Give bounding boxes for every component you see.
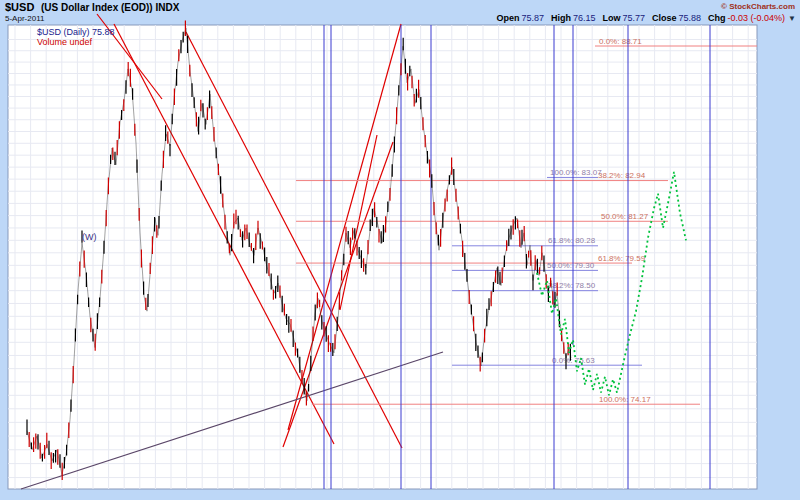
chart-legend: $USD (Daily) 75.88 Volume undef [37,27,115,47]
fib-label: 100.0%: 74.17 [599,395,651,404]
quote-bar: Open75.87High76.15Low75.77Close75.88Chg-… [489,13,796,23]
chart-header: $USD (US Dollar Index (EOD)) INDX © Stoc… [0,0,800,25]
close-label: Close [652,13,677,23]
fib-label: 100.0%: 83.07 [550,168,602,177]
fib-label: 61.8%: 79.59 [598,254,646,263]
stockcharts-window: 0.0%: 88.7138.2%: 82.9450.0%: 81.2761.8%… [0,0,800,500]
close-value: 75.88 [679,13,702,23]
low-label: Low [602,13,620,23]
quote-dropdown-arrow[interactable]: ▼ [788,14,796,23]
symbol-label: $USD [5,1,34,13]
wave-label: (W) [82,232,97,242]
chg-value: -0.03 (-0.04%) [728,13,786,23]
high-value: 76.15 [573,13,596,23]
fib-label: 0.0%: 88.71 [599,37,642,46]
fib-label: 38.2%: 82.94 [598,171,646,180]
fib-label: 50.0%: 81.27 [601,212,649,221]
open-label: Open [496,13,519,23]
price-chart: 0.0%: 88.7138.2%: 82.9450.0%: 81.2761.8%… [0,0,800,500]
copyright-link[interactable]: © StockCharts.com [721,2,795,11]
fib-label: 0.0%: 75.63 [552,356,595,365]
open-value: 75.87 [521,13,544,23]
fib-label: 38.2%: 78.50 [548,281,596,290]
chart-date: 5-Apr-2011 [5,14,44,23]
chg-label: Chg [708,13,726,23]
legend-volume-line: Volume undef [37,37,115,47]
low-value: 75.77 [622,13,645,23]
legend-symbol-line: $USD (Daily) 75.88 [37,27,115,37]
high-label: High [551,13,571,23]
page-title: (US Dollar Index (EOD)) INDX [41,2,179,13]
fib-label: 61.8%: 80.28 [548,236,596,245]
